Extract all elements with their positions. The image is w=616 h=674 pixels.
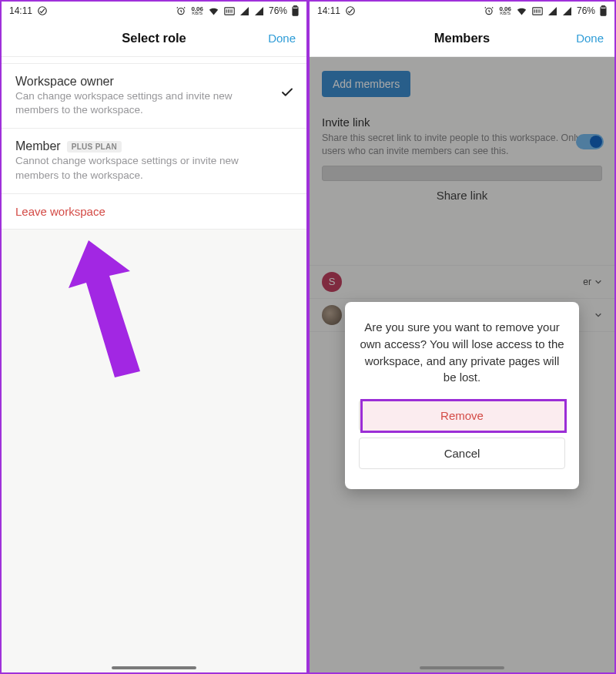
volte-icon bbox=[224, 7, 235, 15]
remove-button[interactable]: Remove bbox=[359, 400, 565, 431]
cancel-button[interactable]: Cancel bbox=[359, 438, 565, 469]
status-bar: 14:11 0.06 KB/S bbox=[310, 2, 614, 20]
svg-rect-12 bbox=[601, 8, 605, 15]
role-description: Can change workspace settings and invite… bbox=[15, 89, 294, 117]
leave-workspace-button[interactable]: Leave workspace bbox=[2, 194, 306, 230]
page-title: Select role bbox=[122, 31, 186, 45]
alarm-icon bbox=[484, 5, 494, 16]
role-description: Cannot change workspace settings or invi… bbox=[15, 154, 294, 182]
role-member[interactable]: Member PLUS PLAN Cannot change workspace… bbox=[2, 129, 306, 193]
plus-plan-badge: PLUS PLAN bbox=[67, 141, 122, 153]
role-title: Member bbox=[15, 139, 61, 153]
svg-point-7 bbox=[346, 7, 355, 15]
status-time: 14:11 bbox=[317, 5, 340, 16]
wifi-icon bbox=[208, 6, 219, 16]
nav-handle[interactable] bbox=[112, 666, 196, 669]
battery-text: 76% bbox=[577, 5, 595, 16]
role-workspace-owner[interactable]: Workspace owner Can change workspace set… bbox=[2, 63, 306, 129]
role-list: Workspace owner Can change workspace set… bbox=[2, 57, 306, 672]
wifi-icon bbox=[516, 6, 527, 16]
page-title: Members bbox=[434, 31, 490, 45]
battery-icon bbox=[600, 5, 607, 16]
volte-icon bbox=[532, 7, 543, 15]
dnd-icon bbox=[345, 5, 356, 16]
alarm-icon bbox=[176, 5, 186, 16]
network-speed: 0.06 KB/S bbox=[499, 7, 511, 15]
nav-handle[interactable] bbox=[420, 666, 504, 669]
dialog-message: Are you sure you want to remove your own… bbox=[359, 319, 565, 386]
status-time: 14:11 bbox=[9, 5, 32, 16]
status-bar: 14:11 0.06 KB/S bbox=[2, 2, 306, 20]
svg-rect-5 bbox=[293, 8, 297, 15]
done-button[interactable]: Done bbox=[576, 32, 604, 45]
role-title: Workspace owner bbox=[15, 75, 114, 89]
empty-area bbox=[2, 230, 306, 672]
battery-icon bbox=[292, 5, 299, 16]
signal-icon-2 bbox=[254, 7, 264, 15]
phone-select-role: 14:11 0.06 KB/S bbox=[0, 0, 308, 674]
phone-members: 14:11 0.06 KB/S bbox=[308, 0, 616, 674]
done-button[interactable]: Done bbox=[268, 32, 296, 45]
check-icon bbox=[280, 86, 294, 102]
confirm-remove-dialog: Are you sure you want to remove your own… bbox=[345, 302, 579, 489]
svg-point-0 bbox=[38, 7, 47, 15]
signal-icon-1 bbox=[547, 7, 557, 15]
dnd-icon bbox=[37, 5, 48, 16]
header: Select role Done bbox=[2, 20, 306, 57]
signal-icon-1 bbox=[239, 7, 249, 15]
header: Members Done bbox=[310, 20, 614, 57]
network-speed: 0.06 KB/S bbox=[191, 7, 203, 15]
signal-icon-2 bbox=[562, 7, 572, 15]
battery-text: 76% bbox=[269, 5, 287, 16]
